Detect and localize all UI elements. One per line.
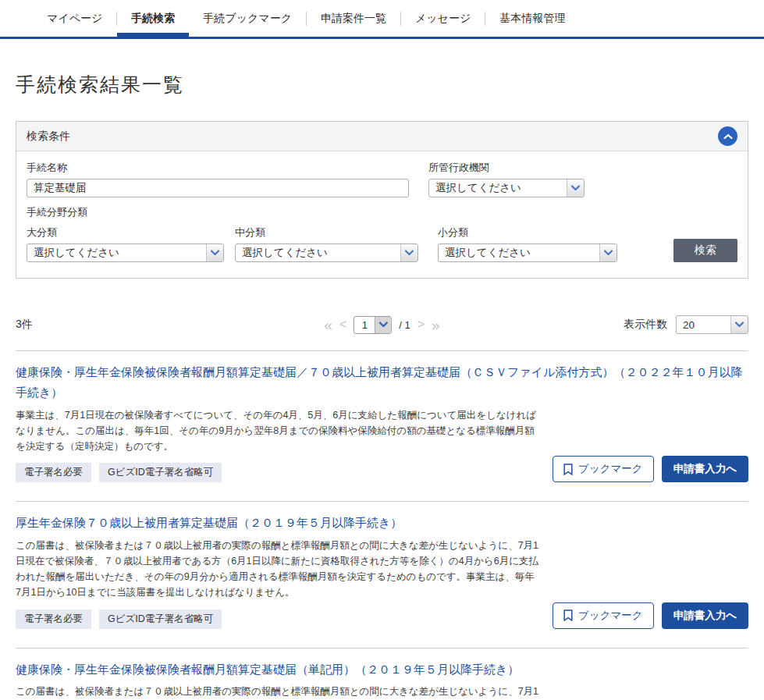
chevron-down-icon — [400, 244, 418, 261]
middle-category-select-value: 選択してください — [242, 246, 328, 260]
tag-esignature-required: 電子署名必要 — [16, 609, 91, 629]
bookmark-button-label: ブックマーク — [578, 609, 643, 623]
pagination-top: « < 1 / 1 > » — [324, 316, 439, 334]
results-list: 健康保険・厚生年金保険被保険者報酬月額算定基礎届／７０歳以上被用者算定基礎届（Ｃ… — [16, 350, 748, 700]
bookmark-button-label: ブックマーク — [578, 462, 643, 476]
chevron-down-icon — [567, 179, 584, 197]
page-select-value: 1 — [354, 317, 375, 333]
nav-tab-messages[interactable]: メッセージ — [401, 0, 485, 37]
search-button[interactable]: 検索 — [673, 239, 737, 262]
per-page-label: 表示件数 — [624, 318, 667, 332]
search-panel-title: 検索条件 — [27, 130, 70, 144]
per-page-control: 表示件数 20 — [624, 315, 748, 334]
bookmark-button[interactable]: ブックマーク — [553, 602, 654, 629]
last-page-button[interactable]: » — [432, 318, 440, 332]
chevron-down-icon — [206, 244, 223, 261]
chevron-down-icon — [375, 317, 391, 333]
nav-tab-basic-info[interactable]: 基本情報管理 — [485, 0, 579, 37]
results-bar: 3件 « < 1 / 1 > » 表示件数 20 — [16, 314, 748, 335]
procedure-name-label: 手続名称 — [27, 161, 409, 175]
category-group-label: 手続分野分類 — [27, 205, 737, 219]
procedure-title-link[interactable]: 健康保険・厚生年金保険被保険者報酬月額算定基礎届（単記用）（２０１９年５月以降手… — [16, 659, 748, 680]
minor-category-label: 小分類 — [438, 226, 617, 240]
page-title: 手続検索結果一覧 — [16, 72, 748, 98]
search-panel-header: 検索条件 — [16, 122, 748, 151]
page-select[interactable]: 1 — [354, 316, 392, 334]
nav-tab-mypage[interactable]: マイページ — [33, 0, 116, 37]
agency-label: 所管行政機関 — [428, 161, 585, 175]
procedure-description: この届書は、被保険者または７０歳以上被用者の実際の報酬と標準報酬月額との間に大き… — [16, 538, 538, 601]
bookmark-button[interactable]: ブックマーク — [553, 456, 654, 482]
page-total: / 1 — [399, 319, 410, 331]
result-card: 健康保険・厚生年金保険被保険者報酬月額算定基礎届／７０歳以上被用者算定基礎届（Ｃ… — [16, 350, 748, 501]
prev-page-button[interactable]: < — [339, 318, 346, 331]
chevron-down-icon — [730, 316, 748, 333]
apply-button[interactable]: 申請書入力へ — [662, 456, 748, 482]
per-page-select[interactable]: 20 — [676, 315, 748, 334]
middle-category-select[interactable]: 選択してください — [235, 243, 418, 262]
result-count: 3件 — [16, 318, 33, 332]
first-page-button[interactable]: « — [324, 318, 332, 332]
major-category-select-value: 選択してください — [34, 246, 119, 260]
bookmark-icon — [563, 609, 573, 621]
major-category-select[interactable]: 選択してください — [27, 243, 224, 262]
minor-category-select-value: 選択してください — [445, 246, 531, 260]
tag-gbizid-esignature-optional: GビズID電子署名省略可 — [99, 609, 222, 629]
result-card: 厚生年金保険７０歳以上被用者算定基礎届（２０１９年５月以降手続き） この届書は、… — [16, 501, 748, 647]
result-card: 健康保険・厚生年金保険被保険者報酬月額算定基礎届（単記用）（２０１９年５月以降手… — [16, 648, 748, 700]
agency-select[interactable]: 選択してください — [428, 179, 585, 197]
nav-tab-procedure-search[interactable]: 手続検索 — [117, 0, 189, 37]
per-page-select-value: 20 — [683, 319, 695, 331]
middle-category-label: 中分類 — [235, 226, 418, 240]
bookmark-icon — [563, 464, 573, 475]
search-panel-body: 手続名称 所管行政機関 選択してください 手続分野分類 大分類 選択してください — [16, 151, 748, 278]
agency-select-value: 選択してください — [435, 181, 521, 195]
minor-category-select[interactable]: 選択してください — [438, 243, 617, 262]
procedure-name-input[interactable] — [27, 179, 409, 197]
nav-tab-application-list[interactable]: 申請案件一覧 — [307, 0, 400, 37]
tag-gbizid-esignature-optional: GビズID電子署名省略可 — [99, 463, 222, 482]
next-page-button[interactable]: > — [418, 318, 425, 331]
apply-button[interactable]: 申請書入力へ — [662, 602, 748, 629]
procedure-description: この届書は、被保険者または７０歳以上被用者の実際の報酬と標準報酬月額との間に大き… — [16, 684, 538, 700]
collapse-panel-button[interactable] — [718, 126, 737, 146]
tag-esignature-required: 電子署名必要 — [16, 463, 91, 482]
chevron-up-icon — [723, 133, 733, 140]
chevron-down-icon — [599, 244, 617, 261]
top-nav: マイページ 手続検索 手続ブックマーク 申請案件一覧 メッセージ 基本情報管理 — [0, 0, 764, 39]
procedure-title-link[interactable]: 厚生年金保険７０歳以上被用者算定基礎届（２０１９年５月以降手続き） — [16, 513, 748, 533]
procedure-description: 事業主は、7月1日現在の被保険者すべてについて、その年の4月、5月、6月に支給し… — [16, 407, 538, 455]
major-category-label: 大分類 — [27, 226, 224, 240]
nav-tab-procedure-bookmark[interactable]: 手続ブックマーク — [189, 0, 306, 37]
procedure-title-link[interactable]: 健康保険・厚生年金保険被保険者報酬月額算定基礎届／７０歳以上被用者算定基礎届（Ｃ… — [16, 362, 748, 403]
search-condition-panel: 検索条件 手続名称 所管行政機関 選択してください 手続分野 — [16, 121, 748, 279]
